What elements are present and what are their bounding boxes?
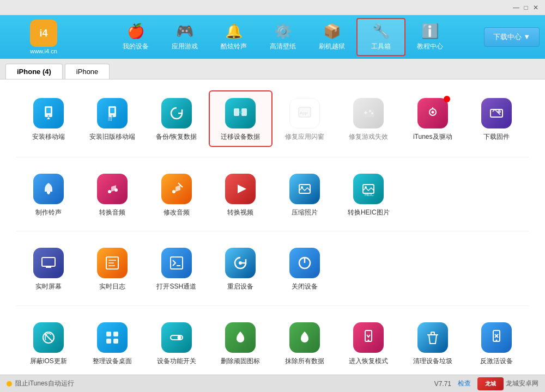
svg-text:HEIC: HEIC — [365, 193, 374, 197]
tool-label-itunes: iTunes及驱动 — [413, 133, 452, 142]
tool-icon-convert-video — [225, 174, 256, 204]
svg-rect-5 — [110, 108, 114, 113]
svg-point-13 — [369, 110, 371, 112]
tool-item-erase-all[interactable]: 抹除所有数据 — [272, 316, 337, 370]
svg-text:App: App — [300, 111, 308, 115]
my-device-icon: 🍎 — [127, 23, 144, 40]
tool-icon-deactivate — [481, 322, 512, 353]
tool-item-migrate[interactable]: 迁移设备数据 — [209, 90, 273, 147]
svg-point-25 — [172, 190, 175, 193]
nav-item-toolbox[interactable]: 🔧工具箱 — [356, 18, 405, 56]
minimize-button[interactable]: — — [511, 3, 521, 13]
tool-item-convert-audio[interactable]: 转换音频 — [81, 167, 145, 222]
svg-point-53 — [368, 339, 370, 341]
tool-label-convert-audio: 转换音频 — [99, 209, 125, 217]
tool-icon-toggle-features — [161, 322, 192, 353]
tool-icon-fix-audio — [161, 174, 192, 204]
tool-icon-realtime-log — [97, 248, 128, 278]
tool-label-restart: 重启设备 — [227, 283, 253, 291]
tool-item-toggle-features[interactable]: 设备功能开关 — [144, 316, 209, 370]
tool-item-repair-game[interactable]: 修复游戏失效 — [337, 90, 401, 147]
tool-icon-screen-mirror — [33, 248, 64, 278]
svg-rect-8 — [241, 108, 247, 116]
tool-icon-restart — [225, 248, 256, 278]
close-button[interactable]: ✕ — [531, 3, 541, 13]
tool-label-toggle-features: 设备功能开关 — [157, 357, 196, 366]
status-bar: 阻止iTunes自动运行 V7.71 检查 龙城 龙城安卓网 — [0, 375, 545, 392]
nav-item-apps[interactable]: 🎮应用游戏 — [160, 18, 209, 56]
tools-grid: 安装移动端旧安装旧版移动端备份/恢复数据迁移设备数据App修复应用闪窗修复游戏失… — [16, 90, 529, 370]
svg-rect-48 — [106, 339, 111, 344]
tool-item-convert-video[interactable]: 转换视频 — [209, 167, 273, 222]
tool-item-deactivate[interactable]: 反激活设备 — [465, 316, 529, 370]
brand-logo: 龙城 龙城安卓网 — [477, 377, 538, 390]
tool-item-screen-mirror[interactable]: 实时屏幕 — [16, 241, 81, 296]
check-btn[interactable]: 检查 — [458, 379, 471, 388]
tab-iphone[interactable]: iPhone — [65, 64, 110, 79]
status-right: V7.71 检查 龙城 龙城安卓网 — [434, 377, 538, 390]
tool-icon-compress-photo — [289, 174, 320, 204]
tutorials-icon: ℹ️ — [421, 23, 439, 40]
tool-label-recovery-mode: 进入恢复模式 — [349, 357, 388, 366]
tool-item-restart[interactable]: 重启设备 — [209, 241, 273, 296]
svg-point-20 — [498, 110, 501, 113]
tab-bar: iPhone (4)iPhone — [0, 59, 545, 79]
svg-rect-34 — [46, 266, 51, 268]
tool-label-block-update: 屏蔽iOS更新 — [30, 357, 67, 366]
tool-item-fix-audio[interactable]: 修改音频 — [144, 167, 209, 222]
svg-rect-55 — [431, 332, 434, 335]
svg-point-51 — [177, 335, 181, 339]
tool-icon-migrate — [225, 98, 256, 128]
tool-icon-convert-audio — [97, 174, 128, 204]
tool-item-itunes[interactable]: iTunes及驱动 — [401, 90, 465, 147]
tool-item-shutdown[interactable]: 关闭设备 — [272, 241, 337, 296]
wallpapers-label: 高清壁纸 — [270, 42, 296, 51]
nav-item-my-device[interactable]: 🍎我的设备 — [111, 18, 160, 56]
tool-item-recovery-mode[interactable]: 进入恢复模式 — [337, 316, 401, 370]
tool-icon-ringtone — [33, 174, 64, 204]
maximize-button[interactable]: □ — [521, 3, 531, 13]
svg-marker-27 — [238, 185, 246, 193]
tool-item-clean-junk[interactable]: 清理设备垃圾 — [401, 316, 465, 370]
toolbox-label: 工具箱 — [371, 42, 391, 51]
status-left: 阻止iTunes自动运行 — [7, 379, 74, 388]
my-device-label: 我的设备 — [123, 42, 149, 51]
svg-rect-33 — [42, 258, 55, 266]
tool-item-block-update[interactable]: 屏蔽iOS更新 — [16, 316, 81, 370]
tool-label-compress-photo: 压缩照片 — [292, 209, 318, 217]
tool-icon-block-update — [33, 322, 64, 353]
tool-item-convert-heic[interactable]: HEIC转换HEIC图片 — [337, 167, 401, 222]
tool-item-install-app[interactable]: 安装移动端 — [16, 90, 81, 147]
svg-point-31 — [365, 186, 367, 188]
nav-item-ringtones[interactable]: 🔔酷炫铃声 — [209, 18, 258, 56]
tool-label-organize-desktop: 整理设备桌面 — [93, 357, 132, 366]
svg-rect-15 — [365, 111, 366, 114]
tool-item-install-old[interactable]: 旧安装旧版移动端 — [81, 90, 145, 147]
ringtones-label: 酷炫铃声 — [221, 42, 247, 51]
svg-rect-2 — [46, 108, 51, 113]
tool-item-organize-desktop[interactable]: 整理设备桌面 — [81, 316, 145, 370]
title-bar: — □ ✕ — [0, 0, 545, 15]
tool-item-compress-photo[interactable]: 压缩照片 — [272, 167, 337, 222]
tool-item-delete-stubborn[interactable]: 删除顽固图标 — [209, 316, 273, 370]
download-button[interactable]: 下载中心 ▼ — [484, 27, 540, 47]
tab-iphone4[interactable]: iPhone (4) — [5, 64, 63, 79]
logo-url: www.i4.cn — [30, 48, 57, 54]
wallpapers-icon: ⚙️ — [274, 23, 292, 40]
tool-item-ringtone[interactable]: 制作铃声 — [16, 167, 81, 222]
tool-label-firmware: 下载固件 — [483, 133, 510, 142]
tool-item-placeholder2 — [465, 167, 529, 222]
tool-icon-firmware — [481, 98, 512, 128]
tool-icon-install-app — [33, 98, 64, 128]
tool-item-firmware[interactable]: 下载固件 — [465, 90, 529, 147]
nav-item-wallpapers[interactable]: ⚙️高清壁纸 — [258, 18, 307, 56]
tool-item-backup[interactable]: 备份/恢复数据 — [144, 90, 209, 147]
status-text: 阻止iTunes自动运行 — [15, 379, 74, 388]
tool-item-ssh[interactable]: 打开SSH通道 — [144, 241, 209, 296]
tool-item-repair-app[interactable]: App修复应用闪窗 — [272, 90, 337, 147]
tool-label-shutdown: 关闭设备 — [292, 283, 318, 291]
nav-item-tutorials[interactable]: ℹ️教程中心 — [405, 18, 455, 56]
svg-point-57 — [496, 339, 498, 341]
tool-item-realtime-log[interactable]: 实时日志 — [81, 241, 145, 296]
nav-item-jailbreak[interactable]: 📦刷机越狱 — [307, 18, 356, 56]
